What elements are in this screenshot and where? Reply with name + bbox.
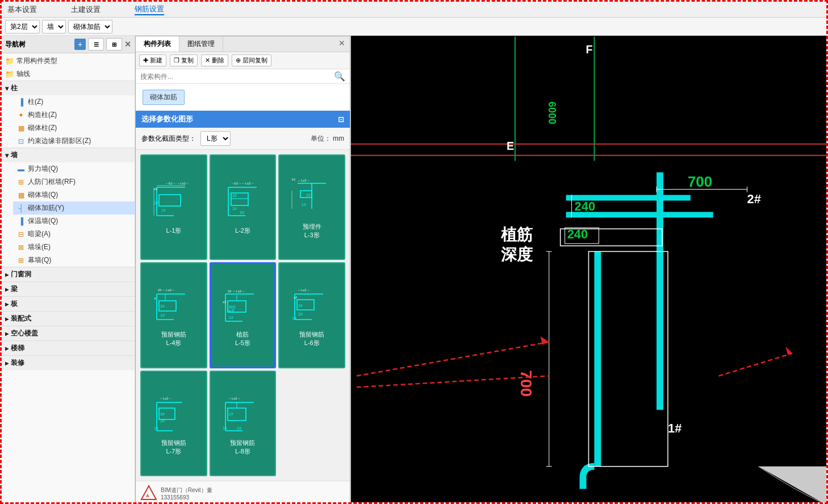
sidebar-item-masonry-column[interactable]: ▩ 砌体柱(Z): [13, 121, 135, 135]
shape-L4[interactable]: 2# ←Ls2→ 2# 1# 4 预留钢筋L-4形: [140, 262, 207, 369]
layer-select[interactable]: 第2层: [5, 20, 40, 33]
shape-L8-label: 预留钢筋L-8形: [230, 439, 255, 456]
menu-basic-settings[interactable]: 基本设置: [7, 5, 37, 15]
shape-L2-svg: 2# 1# 3# ←b1→←Ls2→: [220, 179, 265, 224]
shape-L3-svg: ←Ls2→ 2# 1# b1: [289, 175, 334, 220]
shape-type-select[interactable]: L形: [200, 131, 231, 146]
shape-L7-label: 预留钢筋L-7形: [161, 439, 186, 456]
sidebar-item-label: 柱(Z): [28, 97, 43, 107]
shape-L3[interactable]: ←Ls2→ 2# 1# b1 预埋件L-3形: [278, 154, 345, 260]
shapes-grid: 2# 1# s2 ←b1→ ←Ls2→ L-1形: [136, 150, 350, 481]
sidebar-item-label: 轴线: [16, 69, 30, 79]
menu-civil-settings[interactable]: 土建设置: [71, 5, 101, 15]
sidebar-add-button[interactable]: +: [74, 39, 86, 50]
unit-label: 单位： mm: [311, 134, 344, 144]
svg-text:6000: 6000: [546, 102, 558, 124]
svg-text:700: 700: [517, 370, 535, 397]
tab-drawing-management[interactable]: 图纸管理: [179, 36, 223, 52]
menu-rebar-settings[interactable]: 钢筋设置: [135, 4, 164, 15]
sidebar-item-masonry-wall[interactable]: ▩ 砌体墙(Q): [13, 188, 135, 201]
svg-text:←Ls2→: ←Ls2→: [160, 397, 172, 400]
copy-button[interactable]: ❐ 复制: [170, 54, 198, 66]
sidebar-item-constraint-zone[interactable]: ⊡ 约束边缘非阴影区(Z): [13, 135, 135, 148]
masonry-wall-icon: ▩: [16, 191, 26, 200]
sidebar-item-label: 约束边缘非阴影区(Z): [28, 136, 91, 146]
toolbar-row: 第2层 墙 砌体加筋: [2, 18, 826, 36]
new-button[interactable]: ✚ 新建: [139, 54, 166, 66]
shape-dialog-header: 选择参数化图形 ⊡: [136, 111, 350, 128]
sidebar-category-door-window[interactable]: ▸ 门窗洞: [2, 267, 135, 282]
svg-text:1#: 1#: [232, 207, 237, 211]
shape-L7[interactable]: ←Ls2→ 3# 2# 1# 预留钢筋L-7形: [140, 371, 207, 476]
sidebar-header: 导航树 + ☰ ⊞ ✕: [2, 36, 135, 53]
sidebar-list-view[interactable]: ☰: [88, 38, 104, 51]
sidebar-item-defense-wall[interactable]: ⊞ 人防门框墙(RF): [13, 175, 135, 188]
chevron-right-icon: ▸: [5, 285, 9, 293]
top-menu-bar: 基本设置 土建设置 钢筋设置: [2, 2, 826, 18]
sidebar-grid-view[interactable]: ⊞: [106, 38, 122, 51]
shape-L2[interactable]: 2# 1# 3# ←b1→←Ls2→ L-2形: [210, 154, 277, 260]
sidebar-item-common[interactable]: 📁 常用构件类型: [2, 54, 135, 68]
sidebar-item-curtain-wall[interactable]: ⊞ 幕墙(Q): [13, 254, 135, 267]
center-toolbar: ✚ 新建 ❐ 复制 ✕ 删除 ⊕ 层间复制: [136, 52, 350, 69]
chevron-right-icon: ▸: [5, 330, 9, 338]
shape-L8-svg: ←Ls2→ 2# 1# 1#: [220, 391, 265, 436]
bim-logo-text-area: BIM道门（Revit）量 133155693: [161, 486, 212, 501]
sidebar-category-hollow-slab[interactable]: ▸ 空心楼盖: [2, 326, 135, 341]
sidebar-category-prefab[interactable]: ▸ 装配式: [2, 311, 135, 326]
sidebar-category-decoration[interactable]: ▸ 装修: [2, 355, 135, 370]
svg-text:3#: 3#: [240, 211, 244, 215]
sidebar-item-label: 构造柱(Z): [28, 110, 57, 120]
sidebar-category-wall[interactable]: ▾ 墙: [2, 148, 135, 162]
svg-text:1#: 1#: [302, 203, 306, 207]
sidebar-category-beam[interactable]: ▸ 梁: [2, 282, 135, 296]
sidebar-category-label: 墙: [11, 150, 18, 160]
component-select[interactable]: 墙: [42, 20, 66, 33]
sidebar-item-column-z[interactable]: ▐ 柱(Z): [13, 95, 135, 108]
bim-logo-icon: A: [140, 485, 157, 502]
center-tabs-row: 构件列表 图纸管理 ✕: [136, 36, 350, 52]
shape-dialog-close[interactable]: ⊡: [338, 115, 344, 124]
sidebar-item-masonry-bar[interactable]: ┤ 砌体加筋(Y): [13, 201, 135, 215]
search-input[interactable]: [140, 73, 332, 81]
sidebar-item-dark-beam[interactable]: ⊟ 暗梁(A): [13, 228, 135, 241]
delete-button[interactable]: ✕ 删除: [201, 54, 228, 66]
floor-copy-button[interactable]: ⊕ 层间复制: [232, 54, 271, 66]
sidebar-category-stair[interactable]: ▸ 楼梯: [2, 341, 135, 355]
svg-text:植筋: 植筋: [229, 305, 236, 309]
svg-text:2# ←Ls2→: 2# ←Ls2→: [228, 289, 245, 293]
column-children: ▐ 柱(Z) ✦ 构造柱(Z) ▩ 砌体柱(Z) ⊡ 约束边缘非阴影区(Z): [2, 95, 135, 148]
svg-text:1#: 1#: [160, 313, 165, 317]
shape-L5-svg: 2# ←Ls2→ 植筋 保度 1# s2: [220, 283, 265, 328]
sidebar-close-button[interactable]: ✕: [124, 40, 131, 49]
sidebar-item-structure-column[interactable]: ✦ 构造柱(Z): [13, 108, 135, 121]
sidebar-category-label: 装配式: [11, 314, 31, 324]
sidebar-item-insulation-wall[interactable]: ▐ 保温墙(Q): [13, 215, 135, 228]
sidebar-category-label: 楼梯: [11, 343, 24, 353]
sidebar-category-slab[interactable]: ▸ 板: [2, 296, 135, 311]
svg-text:2#: 2#: [298, 312, 303, 316]
wall-buttress-icon: ⊠: [16, 243, 26, 252]
chevron-right-icon: ▸: [5, 359, 9, 367]
constraint-icon: ⊡: [16, 137, 26, 146]
delete-label: 删除: [212, 56, 224, 65]
sidebar-item-axis[interactable]: 📁 轴线: [2, 68, 135, 81]
tab-component-list[interactable]: 构件列表: [136, 36, 179, 52]
center-panel-close[interactable]: ✕: [334, 36, 350, 52]
sidebar-category-column[interactable]: ▾ 柱: [2, 81, 135, 95]
shape-L6[interactable]: ←Ls2→ s2 3# 2# 1# 预留钢筋L-6形: [278, 262, 345, 369]
svg-text:b1: b1: [292, 178, 296, 181]
sidebar-item-label: 剪力墙(Q): [28, 164, 58, 174]
sidebar-item-shear-wall[interactable]: ▬ 剪力墙(Q): [13, 162, 135, 175]
shape-L8[interactable]: ←Ls2→ 2# 1# 1# 预留钢筋L-8形: [210, 371, 277, 476]
svg-text:←b1→ ←Ls2→: ←b1→ ←Ls2→: [165, 182, 189, 185]
masonry-bar-tag[interactable]: 砌体加筋: [143, 90, 185, 105]
sidebar-item-label: 砌体墙(Q): [28, 190, 58, 200]
shear-wall-icon: ▬: [16, 165, 26, 174]
sidebar-item-wall-buttress[interactable]: ⊠ 墙垛(E): [13, 241, 135, 254]
shape-L5[interactable]: 2# ←Ls2→ 植筋 保度 1# s2 植筋L-5形: [210, 262, 277, 369]
sidebar-category-label: 空心楼盖: [11, 329, 38, 338]
shape-L1[interactable]: 2# 1# s2 ←b1→ ←Ls2→ L-1形: [140, 154, 207, 260]
function-select[interactable]: 砌体加筋: [68, 20, 112, 33]
bim-logo-text: BIM道门（Revit）量: [161, 486, 212, 494]
